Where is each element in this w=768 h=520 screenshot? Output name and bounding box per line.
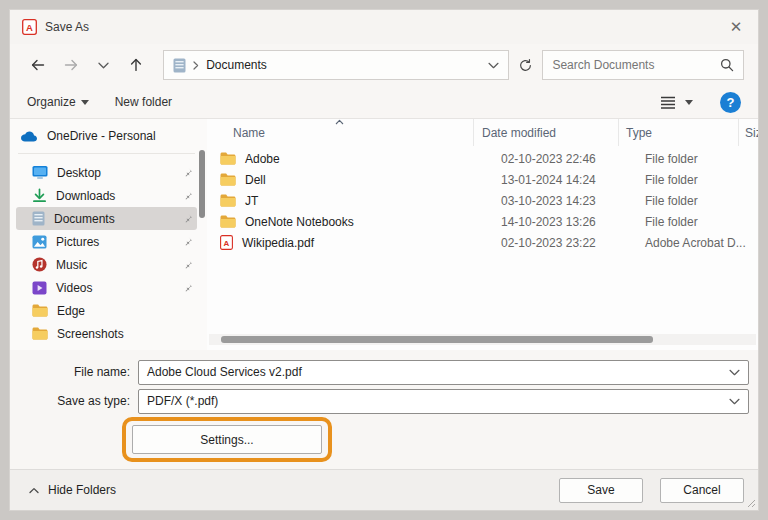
file-name-field[interactable]: Adobe Cloud Services v2.pdf [138,360,749,385]
file-type: Adobe Acrobat D... [638,236,758,250]
column-header-type[interactable]: Type [618,119,738,146]
help-icon[interactable]: ? [720,92,741,113]
sidebar-item-screenshots[interactable]: Screenshots [16,322,197,345]
cancel-button[interactable]: Cancel [660,478,744,503]
svg-text:A: A [224,239,230,248]
sort-ascending-icon [335,119,344,125]
refresh-icon[interactable] [509,50,543,80]
sidebar-item-desktop[interactable]: Desktop [16,161,197,184]
search-icon[interactable] [720,58,734,72]
pdf-icon: A [220,235,233,250]
sidebar-item-videos[interactable]: Videos [16,276,197,299]
address-dropdown-chevron-icon[interactable] [488,62,499,69]
column-header-date-modified[interactable]: Date modified [473,119,618,146]
close-icon[interactable]: ✕ [714,10,758,44]
hide-folders-label: Hide Folders [48,483,116,497]
view-dropdown-icon[interactable] [685,100,693,105]
folder-icon [220,215,236,228]
file-list: Name Date modified Type Size Adobe 02-10… [207,119,758,350]
column-label: Type [626,126,652,140]
save-type-select[interactable]: PDF/X (*.pdf) [138,389,749,414]
breadcrumb[interactable]: Documents [206,58,267,72]
file-type: File folder [638,173,758,187]
table-row[interactable]: OneNote Notebooks 14-10-2023 13:26 File … [207,211,758,232]
navigation-bar: Documents Search Documents [10,44,758,86]
pin-icon [182,167,193,178]
sidebar-item-pictures[interactable]: Pictures [16,230,197,253]
new-folder-label: New folder [115,95,172,109]
address-bar[interactable]: Documents [163,50,509,80]
navigation-pane: OneDrive - Personal Desktop [10,119,207,350]
forward-icon[interactable] [57,51,85,79]
file-name: Wikipedia.pdf [242,236,314,250]
window-title: Save As [45,20,89,34]
annotation-highlight-box: Settings... [122,417,332,462]
settings-row: Settings... [122,417,758,467]
sidebar-item-documents[interactable]: Documents [16,207,197,230]
sidebar-item-label: Downloads [56,189,115,203]
sidebar-item-onedrive[interactable]: OneDrive - Personal [10,124,207,147]
organize-dropdown-icon [81,100,89,105]
column-label: Date modified [482,126,556,140]
sidebar-item-label: Desktop [57,166,101,180]
folder-icon [220,152,236,165]
pin-icon [182,213,193,224]
new-folder-button[interactable]: New folder [115,95,172,109]
documents-location-icon [173,58,186,73]
save-button[interactable]: Save [559,478,643,503]
onedrive-cloud-icon [20,130,38,142]
search-placeholder: Search Documents [552,58,654,72]
downloads-icon [32,188,47,203]
horizontal-scrollbar[interactable] [209,334,756,345]
pin-icon [182,190,193,201]
back-icon[interactable] [24,51,52,79]
pin-icon [182,282,193,293]
view-list-icon[interactable] [660,96,676,109]
file-date: 02-10-2023 22:46 [493,152,638,166]
file-name: Adobe [245,152,280,166]
settings-button[interactable]: Settings... [132,425,322,454]
sidebar-item-label: Videos [56,281,92,295]
chevron-down-icon[interactable] [729,398,740,405]
sidebar-item-downloads[interactable]: Downloads [16,184,197,207]
up-icon[interactable] [122,51,150,79]
file-name-row: File name: Adobe Cloud Services v2.pdf [10,359,758,385]
search-input[interactable]: Search Documents [542,50,744,80]
save-as-dialog: A Save As ✕ [9,9,759,511]
pin-icon [182,259,193,270]
toolbar-right-group: ? [660,92,741,113]
column-header-name[interactable]: Name [207,119,473,146]
command-bar: Organize New folder ? [10,86,758,118]
sidebar-item-music[interactable]: Music [16,253,197,276]
file-date: 14-10-2023 13:26 [493,215,638,229]
chevron-down-icon[interactable] [729,369,740,376]
table-row[interactable]: Dell 13-01-2024 14:24 File folder [207,169,758,190]
table-row[interactable]: AWikipedia.pdf 02-10-2023 23:22 Adobe Ac… [207,232,758,253]
column-header-size[interactable]: Size [738,119,758,146]
dialog-buttons: Save Cancel [559,478,744,503]
sidebar-item-edge[interactable]: Edge [16,299,197,322]
save-form: File name: Adobe Cloud Services v2.pdf S… [10,350,758,467]
organize-label: Organize [27,95,76,109]
sidebar-item-label: OneDrive - Personal [47,129,156,143]
file-name: Dell [245,173,266,187]
table-row[interactable]: Adobe 02-10-2023 22:46 File folder [207,148,758,169]
hide-folders-button[interactable]: Hide Folders [29,483,116,497]
sidebar-item-label: Screenshots [57,327,124,341]
table-row[interactable]: JT 03-10-2023 14:23 File folder [207,190,758,211]
resize-grip-icon[interactable] [747,499,756,508]
documents-icon [32,211,45,226]
column-label: Name [233,126,265,140]
content-area: OneDrive - Personal Desktop [10,119,758,350]
horizontal-scrollbar-thumb[interactable] [221,336,653,343]
title-bar: A Save As ✕ [10,10,758,44]
sidebar-scrollbar[interactable] [199,150,205,218]
file-rows: Adobe 02-10-2023 22:46 File folder Dell … [207,146,758,350]
organize-button[interactable]: Organize [27,95,89,109]
recent-locations-chevron-icon[interactable] [90,51,118,79]
file-type: File folder [638,215,758,229]
footer-bar: Hide Folders Save Cancel [10,469,758,510]
save-type-row: Save as type: PDF/X (*.pdf) [10,388,758,414]
file-date: 13-01-2024 14:24 [493,173,638,187]
svg-text:A: A [26,22,33,33]
